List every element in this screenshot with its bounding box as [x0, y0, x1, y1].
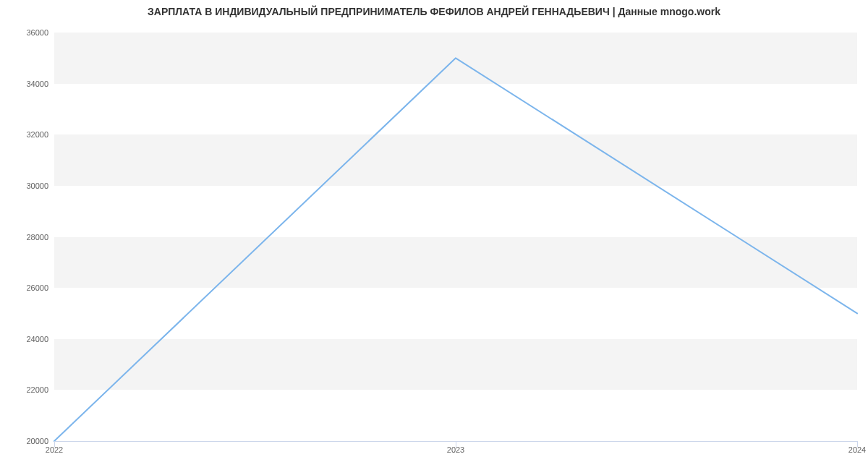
x-tick-mark	[857, 441, 858, 447]
y-tick-label: 34000	[26, 80, 48, 88]
y-tick-label: 24000	[26, 335, 48, 343]
x-tick-mark	[54, 441, 55, 447]
y-tick-label: 20000	[26, 437, 48, 445]
y-tick-label: 36000	[26, 28, 48, 37]
plot-area: 2000022000240002600028000300003200034000…	[54, 33, 857, 441]
y-tick-label: 22000	[26, 385, 48, 394]
y-tick-label: 32000	[26, 130, 48, 139]
chart-container: ЗАРПЛАТА В ИНДИВИДУАЛЬНЫЙ ПРЕДПРИНИМАТЕЛ…	[0, 0, 868, 470]
chart-title: ЗАРПЛАТА В ИНДИВИДУАЛЬНЫЙ ПРЕДПРИНИМАТЕЛ…	[0, 6, 868, 17]
line-path	[54, 58, 857, 441]
y-tick-label: 30000	[26, 181, 48, 190]
x-tick-mark	[456, 441, 456, 447]
data-series	[54, 33, 857, 441]
y-tick-label: 28000	[26, 233, 48, 242]
y-tick-label: 26000	[26, 283, 48, 292]
